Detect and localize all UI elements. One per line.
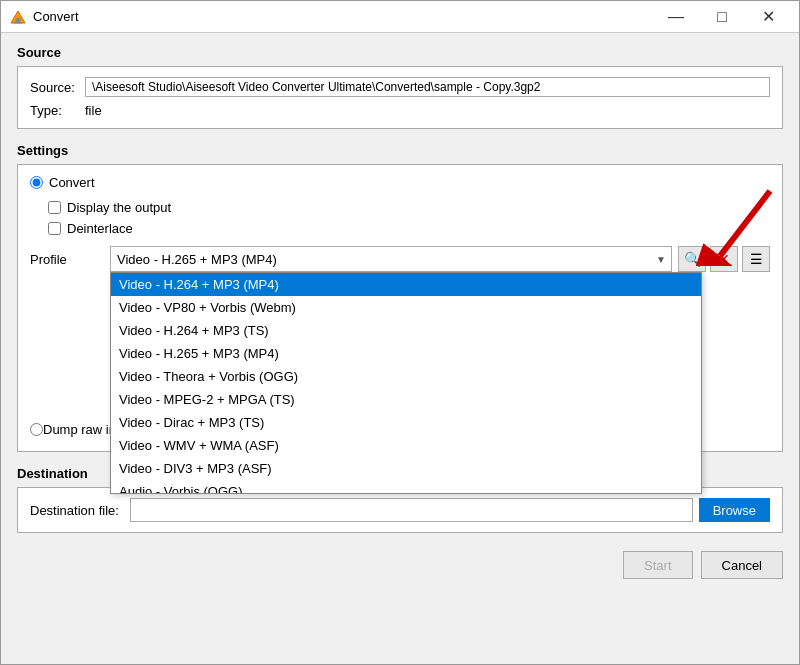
edit-icon: ☰ bbox=[750, 251, 763, 267]
cancel-button[interactable]: Cancel bbox=[701, 551, 783, 579]
convert-radio[interactable] bbox=[30, 176, 43, 189]
deinterlace-checkbox[interactable] bbox=[48, 222, 61, 235]
svg-rect-2 bbox=[14, 22, 22, 24]
browse-button[interactable]: Browse bbox=[699, 498, 770, 522]
source-section-label: Source bbox=[17, 45, 783, 60]
dropdown-item-0[interactable]: Video - H.264 + MP3 (MP4) bbox=[111, 273, 701, 296]
profile-row-container: Profile Video - H.265 + MP3 (MP4) ▼ 🔍 ✕ bbox=[30, 246, 770, 272]
type-row: Type: file bbox=[30, 103, 770, 118]
close-button[interactable]: ✕ bbox=[745, 1, 791, 33]
display-output-row: Display the output bbox=[48, 200, 770, 215]
source-section: Source: \Aiseesoft Studio\Aiseesoft Vide… bbox=[17, 66, 783, 129]
dropdown-item-5[interactable]: Video - MPEG-2 + MPGA (TS) bbox=[111, 388, 701, 411]
convert-radio-row: Convert bbox=[30, 175, 770, 190]
deinterlace-label[interactable]: Deinterlace bbox=[67, 221, 133, 236]
maximize-button[interactable]: □ bbox=[699, 1, 745, 33]
type-label: Type: bbox=[30, 103, 85, 118]
dropdown-item-2[interactable]: Video - H.264 + MP3 (TS) bbox=[111, 319, 701, 342]
dialog-footer: Start Cancel bbox=[17, 547, 783, 579]
source-label: Source: bbox=[30, 80, 85, 95]
destination-file-row: Destination file: Browse bbox=[30, 498, 770, 522]
dialog-content: Source Source: \Aiseesoft Studio\Aiseeso… bbox=[1, 33, 799, 595]
delete-icon: ✕ bbox=[718, 251, 730, 267]
convert-dialog: Convert — □ ✕ Source Source: \Aiseesoft … bbox=[0, 0, 800, 665]
profile-select-wrapper: Video - H.265 + MP3 (MP4) ▼ bbox=[110, 246, 672, 272]
start-button[interactable]: Start bbox=[623, 551, 692, 579]
dropdown-item-6[interactable]: Video - Dirac + MP3 (TS) bbox=[111, 411, 701, 434]
profile-search-button[interactable]: 🔍 bbox=[678, 246, 706, 272]
display-output-checkbox[interactable] bbox=[48, 201, 61, 214]
search-icon: 🔍 bbox=[684, 251, 701, 267]
deinterlace-row: Deinterlace bbox=[48, 221, 770, 236]
type-value: file bbox=[85, 103, 102, 118]
profile-row: Profile Video - H.265 + MP3 (MP4) ▼ 🔍 ✕ bbox=[30, 246, 770, 272]
source-path-display: \Aiseesoft Studio\Aiseesoft Video Conver… bbox=[85, 77, 770, 97]
profile-edit-button[interactable]: ☰ bbox=[742, 246, 770, 272]
profile-delete-button[interactable]: ✕ bbox=[710, 246, 738, 272]
profile-dropdown-list: Video - H.264 + MP3 (MP4) Video - VP80 +… bbox=[110, 272, 702, 494]
window-controls: — □ ✕ bbox=[653, 1, 791, 33]
dropdown-item-7[interactable]: Video - WMV + WMA (ASF) bbox=[111, 434, 701, 457]
dropdown-item-8[interactable]: Video - DIV3 + MP3 (ASF) bbox=[111, 457, 701, 480]
dropdown-item-4[interactable]: Video - Theora + Vorbis (OGG) bbox=[111, 365, 701, 388]
convert-radio-label[interactable]: Convert bbox=[49, 175, 95, 190]
window-title: Convert bbox=[33, 9, 653, 24]
title-bar: Convert — □ ✕ bbox=[1, 1, 799, 33]
profile-select[interactable]: Video - H.265 + MP3 (MP4) bbox=[110, 246, 672, 272]
dump-raw-radio[interactable] bbox=[30, 423, 43, 436]
dropdown-item-9[interactable]: Audio - Vorbis (OGG) bbox=[111, 480, 701, 493]
settings-section: Convert Display the output Deinterlace P… bbox=[17, 164, 783, 452]
display-output-label[interactable]: Display the output bbox=[67, 200, 171, 215]
vlc-icon bbox=[9, 8, 27, 26]
source-path-row: Source: \Aiseesoft Studio\Aiseesoft Vide… bbox=[30, 77, 770, 97]
profile-label: Profile bbox=[30, 252, 110, 267]
svg-rect-1 bbox=[16, 18, 21, 22]
dropdown-item-1[interactable]: Video - VP80 + Vorbis (Webm) bbox=[111, 296, 701, 319]
dest-file-label: Destination file: bbox=[30, 503, 130, 518]
settings-section-label: Settings bbox=[17, 143, 783, 158]
destination-file-input[interactable] bbox=[130, 498, 693, 522]
dropdown-list-inner: Video - H.264 + MP3 (MP4) Video - VP80 +… bbox=[111, 273, 701, 493]
dropdown-item-3[interactable]: Video - H.265 + MP3 (MP4) bbox=[111, 342, 701, 365]
minimize-button[interactable]: — bbox=[653, 1, 699, 33]
profile-action-buttons: 🔍 ✕ ☰ bbox=[678, 246, 770, 272]
